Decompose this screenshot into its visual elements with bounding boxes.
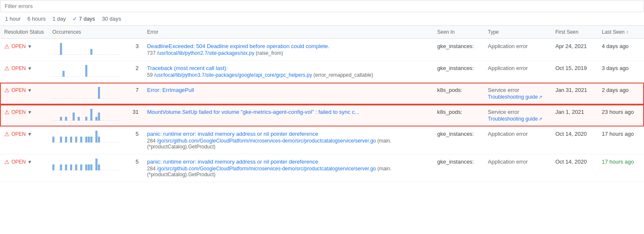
error-cell: Error: ErrImagePull bbox=[143, 83, 433, 105]
time-6hours[interactable]: 6 hours bbox=[27, 16, 46, 22]
svg-rect-30 bbox=[52, 164, 54, 170]
sort-icon[interactable]: ↑ bbox=[626, 30, 629, 35]
svg-rect-25 bbox=[88, 137, 90, 143]
svg-rect-7 bbox=[98, 87, 100, 99]
svg-rect-39 bbox=[95, 159, 97, 170]
svg-rect-36 bbox=[85, 164, 87, 170]
error-title[interactable]: MountVolume.SetUp failed for volume "gke… bbox=[147, 109, 429, 115]
error-icon: ⚠ bbox=[4, 87, 10, 94]
error-line-num: 59 bbox=[147, 72, 153, 78]
svg-rect-28 bbox=[98, 137, 100, 143]
status-cell: ⚠ OPEN ▼ bbox=[4, 109, 44, 116]
status-dropdown-arrow[interactable]: ▼ bbox=[27, 159, 32, 164]
time-1hour[interactable]: 1 hour bbox=[5, 16, 21, 22]
seen-in-cell: gke_instances: bbox=[433, 126, 484, 154]
table-row: ⚠ OPEN ▼ 5panic: runtime error: invalid … bbox=[0, 154, 644, 182]
error-file-link[interactable]: /go/src/github.com/GoogleCloudPlatform/m… bbox=[157, 166, 376, 172]
error-func: (error_remapped_callable) bbox=[314, 72, 373, 78]
error-file-link[interactable]: /usr/local/lib/python3.7/site-packages/g… bbox=[154, 72, 312, 78]
svg-rect-27 bbox=[95, 131, 97, 143]
table-row: ⚠ OPEN ▼ 2Traceback (most recent call la… bbox=[0, 61, 644, 83]
time-bar: 1 hour 6 hours 1 day 7 days 30 days bbox=[0, 12, 644, 26]
svg-rect-33 bbox=[70, 164, 72, 170]
type-cell: Application error bbox=[484, 61, 551, 83]
sparkline-cell bbox=[48, 105, 128, 126]
occurrence-count: 7 bbox=[128, 83, 143, 105]
error-title[interactable]: Traceback (most recent call last): bbox=[147, 65, 429, 71]
first-seen-cell: Oct 14, 2020 bbox=[551, 154, 598, 182]
status-label: OPEN bbox=[11, 87, 26, 93]
error-file-link[interactable]: /usr/local/lib/python2.7/site-packages/s… bbox=[157, 50, 254, 56]
sparkline-cell bbox=[48, 126, 128, 154]
status-dropdown-arrow[interactable]: ▼ bbox=[27, 132, 32, 137]
first-seen-cell: Jan 1, 2021 bbox=[551, 105, 598, 126]
filter-input[interactable] bbox=[0, 0, 644, 12]
time-7days[interactable]: 7 days bbox=[73, 16, 95, 22]
status-cell: ⚠ OPEN ▼ bbox=[4, 159, 44, 165]
error-cell: panic: runtime error: invalid memory add… bbox=[143, 154, 433, 182]
error-detail: 284 /go/src/github.com/GoogleCloudPlatfo… bbox=[147, 166, 429, 178]
svg-rect-34 bbox=[75, 164, 77, 170]
occurrence-count: 5 bbox=[128, 126, 143, 154]
time-30days[interactable]: 30 days bbox=[102, 16, 121, 22]
status-dropdown-arrow[interactable]: ▼ bbox=[27, 110, 32, 115]
last-seen-cell: 4 days ago bbox=[598, 39, 644, 61]
seen-in-cell: gke_instances: bbox=[433, 39, 484, 61]
svg-rect-9 bbox=[60, 117, 62, 121]
table-row: ⚠ OPEN ▼ 31MountVolume.SetUp failed for … bbox=[0, 105, 644, 126]
first-seen-cell: Oct 15, 2019 bbox=[551, 61, 598, 83]
time-1day[interactable]: 1 day bbox=[52, 16, 66, 22]
svg-rect-19 bbox=[60, 137, 62, 143]
status-label: OPEN bbox=[11, 159, 26, 165]
col-header-resolution: Resolution Status bbox=[0, 26, 48, 39]
last-seen-cell: 17 hours ago bbox=[598, 126, 644, 154]
error-cell: MountVolume.SetUp failed for volume "gke… bbox=[143, 105, 433, 126]
last-seen-cell: 3 days ago bbox=[598, 61, 644, 83]
error-title[interactable]: Error: ErrImagePull bbox=[147, 87, 429, 93]
svg-rect-22 bbox=[75, 137, 77, 143]
troubleshooting-link[interactable]: Troubleshooting guide ↗ bbox=[488, 94, 547, 100]
svg-rect-18 bbox=[52, 137, 54, 143]
error-detail: 737 /usr/local/lib/python2.7/site-packag… bbox=[147, 50, 429, 56]
status-dropdown-arrow[interactable]: ▼ bbox=[27, 44, 32, 49]
error-title[interactable]: DeadlineExceeded: 504 Deadline expired b… bbox=[147, 43, 429, 49]
status-dropdown-arrow[interactable]: ▼ bbox=[27, 88, 32, 93]
troubleshooting-link[interactable]: Troubleshooting guide ↗ bbox=[488, 116, 547, 122]
occurrence-count: 31 bbox=[128, 105, 143, 126]
type-label: Application error bbox=[488, 159, 547, 165]
error-title[interactable]: panic: runtime error: invalid memory add… bbox=[147, 159, 429, 165]
type-cell: Application error bbox=[484, 154, 551, 182]
table-row: ⚠ OPEN ▼ 3DeadlineExceeded: 504 Deadline… bbox=[0, 39, 644, 61]
sparkline-cell bbox=[48, 39, 128, 61]
svg-rect-37 bbox=[88, 164, 90, 170]
svg-rect-40 bbox=[98, 164, 100, 170]
error-detail: 59 /usr/local/lib/python3.7/site-package… bbox=[147, 72, 429, 78]
svg-rect-32 bbox=[65, 164, 67, 170]
table-header: Resolution Status Occurrences Error Seen… bbox=[0, 26, 644, 39]
svg-rect-2 bbox=[90, 49, 92, 55]
status-label: OPEN bbox=[11, 131, 26, 137]
error-icon: ⚠ bbox=[4, 131, 10, 137]
svg-rect-20 bbox=[65, 137, 67, 143]
table-row: ⚠ OPEN ▼ 7Error: ErrImagePullk8s_pods:Se… bbox=[0, 83, 644, 105]
type-label: Service error bbox=[488, 87, 547, 93]
filter-bar bbox=[0, 0, 644, 12]
error-file-link[interactable]: /go/src/github.com/GoogleCloudPlatform/m… bbox=[157, 138, 376, 144]
svg-rect-26 bbox=[90, 137, 92, 143]
error-func: (raise_from) bbox=[256, 50, 283, 56]
svg-rect-5 bbox=[85, 65, 87, 77]
type-label: Application error bbox=[488, 131, 547, 137]
status-label: OPEN bbox=[11, 109, 26, 115]
error-icon: ⚠ bbox=[4, 43, 10, 50]
col-header-last-seen[interactable]: Last Seen ↑ bbox=[598, 26, 644, 39]
table-row: ⚠ OPEN ▼ 5panic: runtime error: invalid … bbox=[0, 126, 644, 154]
status-dropdown-arrow[interactable]: ▼ bbox=[27, 66, 32, 71]
error-line-num: 737 bbox=[147, 50, 156, 56]
svg-rect-23 bbox=[80, 137, 82, 143]
status-cell: ⚠ OPEN ▼ bbox=[4, 87, 44, 94]
error-line-num: 284 bbox=[147, 166, 156, 172]
error-title[interactable]: panic: runtime error: invalid memory add… bbox=[147, 131, 429, 137]
seen-in-cell: k8s_pods: bbox=[433, 83, 484, 105]
status-label: OPEN bbox=[11, 43, 26, 49]
last-seen-cell: 17 hours ago bbox=[598, 154, 644, 182]
